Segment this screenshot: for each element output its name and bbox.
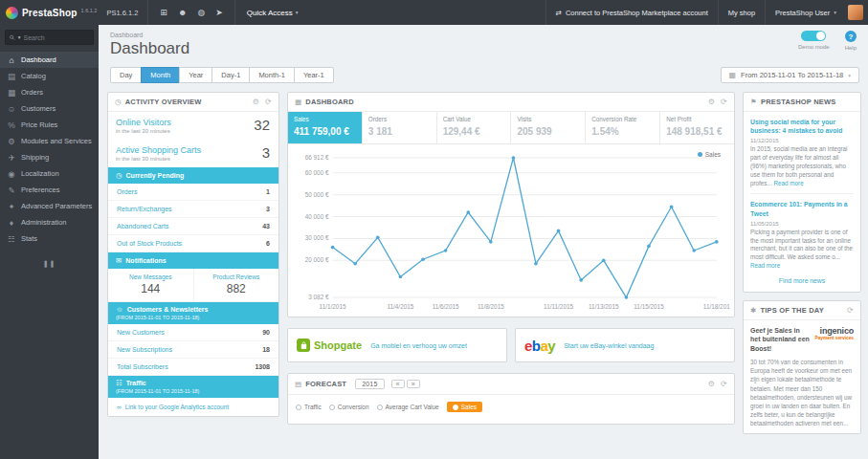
search-box[interactable]: ▾: [5, 30, 94, 45]
ingenico-logo[interactable]: ingenico Payment services: [814, 326, 854, 353]
customers-newsletters-header: ☺ Customers & Newsletters (FROM 2015-11-…: [108, 302, 278, 324]
svg-text:3 082 €: 3 082 €: [308, 294, 329, 300]
flag-icon: ⚑: [750, 98, 757, 106]
total-subscribers-link[interactable]: Total Subscribers: [117, 363, 168, 370]
google-analytics-link[interactable]: ∞ Link to your Google Analytics account: [108, 398, 278, 416]
sidebar-collapse-icon[interactable]: ❚❚: [0, 260, 99, 268]
rocket-icon[interactable]: ➤: [215, 8, 223, 17]
sidebar-item-label: Catalog: [21, 72, 46, 80]
find-more-news-link[interactable]: Find more news: [750, 277, 854, 284]
refresh-icon[interactable]: ⟳: [721, 380, 727, 388]
cart-icon[interactable]: ⊞: [160, 8, 167, 17]
range-button-year[interactable]: Year: [179, 67, 212, 83]
range-button-day-1[interactable]: Day-1: [211, 67, 250, 83]
sidebar-item-advanced-parameters[interactable]: ✦Advanced Parameters: [0, 198, 99, 214]
activity-panel-title: ACTIVITY OVERVIEW: [125, 98, 202, 106]
new-messages-cell[interactable]: New Messages 144: [108, 269, 193, 301]
refresh-icon[interactable]: ⟳: [721, 98, 727, 106]
news-article-title[interactable]: Ecommerce 101: Payments in a Tweet: [750, 200, 854, 217]
news-article: Using social media for your business: 4 …: [750, 118, 854, 187]
gear-icon[interactable]: ⚙: [708, 98, 715, 106]
sidebar-item-price-rules[interactable]: %Price Rules: [0, 117, 99, 133]
user-menu[interactable]: PrestaShop User ▾: [765, 0, 846, 25]
my-shop-link[interactable]: My shop: [718, 0, 765, 25]
svg-text:11/15/2015: 11/15/2015: [634, 303, 664, 310]
kpi-orders[interactable]: Orders 3 181: [363, 112, 437, 143]
kpi-value: 1.54%: [591, 126, 654, 137]
kpi-net-profit[interactable]: Net Profit 148 918,51 €: [660, 112, 734, 143]
forecast-toggle-sales[interactable]: Sales: [447, 402, 482, 412]
previous-year-button[interactable]: «: [391, 380, 405, 388]
panel-tools: ⟳: [847, 306, 854, 315]
range-button-day[interactable]: Day: [110, 67, 142, 83]
new-subscriptions-link[interactable]: New Subscriptions: [117, 346, 172, 353]
sidebar-item-modules[interactable]: ⚙Modules and Services: [0, 133, 99, 149]
sidebar-item-shipping[interactable]: ✈Shipping: [0, 149, 99, 165]
online-visitors-link[interactable]: Online Visitors: [116, 118, 271, 127]
new-customers-value: 90: [262, 329, 270, 336]
refresh-icon[interactable]: ⟳: [265, 98, 272, 106]
ebay-promo-link[interactable]: Start uw eBay-winkel vandaag: [564, 342, 654, 349]
range-button-month[interactable]: Month: [141, 67, 180, 83]
sidebar-item-catalog[interactable]: ▤Catalog: [0, 68, 99, 84]
advanced-parameters-icon: ✦: [7, 202, 16, 211]
sidebar-item-preferences[interactable]: ✎Preferences: [0, 182, 99, 198]
date-range-text: From 2015-11-01 To 2015-11-18: [741, 71, 843, 79]
read-more-link[interactable]: Read more: [750, 262, 780, 269]
preferences-icon: ✎: [7, 186, 16, 195]
quick-access-menu[interactable]: Quick Access ▾: [234, 0, 310, 25]
user-avatar[interactable]: [848, 5, 863, 20]
forecast-year-select[interactable]: 2015: [355, 379, 384, 389]
shopgate-promo-link[interactable]: Ga mobiel en verhoog uw omzet: [370, 342, 467, 349]
shopgate-promo[interactable]: Shopgate Ga mobiel en verhoog uw omzet: [287, 328, 507, 362]
sidebar-item-dashboard[interactable]: ⌂Dashboard: [0, 52, 99, 68]
forecast-toggle-label: Average Cart Value: [386, 404, 439, 410]
sales-line-chart[interactable]: 66 912 €60 000 €50 000 €40 000 €30 000 €…: [292, 148, 730, 313]
product-reviews-cell[interactable]: Product Reviews 882: [193, 269, 279, 301]
out-of-stock-link[interactable]: Out of Stock Products: [117, 240, 182, 247]
sidebar-item-stats[interactable]: ☷Stats: [0, 230, 99, 247]
ebay-promo[interactable]: ebay Start uw eBay-winkel vandaag: [515, 328, 735, 362]
chart-legend[interactable]: Sales: [698, 151, 721, 158]
forecast-toggle-traffic[interactable]: Traffic: [296, 404, 322, 410]
forecast-toggle-conversion[interactable]: Conversion: [329, 404, 369, 410]
returns-link[interactable]: Return/Exchanges: [117, 206, 172, 212]
sidebar-item-customers[interactable]: ☺Customers: [0, 100, 99, 117]
range-button-group: Day Month Year Day-1 Month-1 Year-1: [110, 67, 334, 83]
next-year-button[interactable]: »: [407, 380, 420, 388]
kpi-cart-value[interactable]: Cart Value 129,44 €: [437, 112, 512, 143]
sidebar-item-orders[interactable]: ▦Orders: [0, 84, 99, 100]
demo-mode-toggle[interactable]: [801, 31, 826, 41]
pending-orders-link[interactable]: Orders: [117, 188, 137, 195]
abandoned-carts-link[interactable]: Abandoned Carts: [117, 223, 168, 230]
kpi-conversion-rate[interactable]: Conversion Rate 1.54%: [586, 112, 660, 143]
help-lifering-icon[interactable]: ◍: [197, 8, 205, 17]
shopgate-brand-text: Shopgate: [314, 339, 362, 351]
read-more-link[interactable]: Read more: [774, 180, 804, 186]
sidebar-item-administration[interactable]: ♦Administration: [0, 214, 99, 230]
marketplace-connect-link[interactable]: ⇄ Connect to PrestaShop Marketplace acco…: [545, 0, 718, 25]
clock-icon: ◷: [115, 98, 122, 106]
sidebar-item-localization[interactable]: ◉Localization: [0, 165, 99, 182]
sales-chart-area: Sales 66 912 €60 000 €50 000 €40 000 €30…: [288, 144, 734, 317]
forecast-toggle-average-cart-value[interactable]: Average Cart Value: [377, 404, 439, 410]
gear-icon[interactable]: ⚙: [708, 380, 715, 388]
news-article: Ecommerce 101: Payments in a Tweet 11/05…: [750, 200, 854, 270]
currently-pending-header: ◷ Currently Pending: [108, 167, 278, 184]
kpi-visits[interactable]: Visits 205 939: [511, 112, 586, 143]
prestashop-logo[interactable]: PrestaShop 1.6.1.2: [0, 7, 104, 19]
range-button-month-1[interactable]: Month-1: [249, 67, 295, 83]
help-button[interactable]: ?: [845, 31, 857, 42]
search-input[interactable]: [24, 34, 89, 41]
news-article-title[interactable]: Using social media for your business: 4 …: [750, 118, 854, 135]
news-article-date: 11/12/2015: [750, 138, 854, 143]
range-button-year-1[interactable]: Year-1: [294, 67, 334, 83]
new-customers-link[interactable]: New Customers: [117, 329, 165, 336]
profile-icon[interactable]: ☻: [178, 8, 187, 17]
gear-icon[interactable]: ⚙: [253, 98, 259, 106]
active-carts-link[interactable]: Active Shopping Carts: [116, 145, 271, 155]
kpi-sales[interactable]: Sales 411 759,00 €: [288, 112, 363, 143]
refresh-icon[interactable]: ⟳: [847, 306, 854, 315]
search-scope-caret-icon[interactable]: ▾: [18, 34, 21, 40]
date-range-picker[interactable]: ▦ From 2015-11-01 To 2015-11-18 ▾: [721, 67, 859, 83]
